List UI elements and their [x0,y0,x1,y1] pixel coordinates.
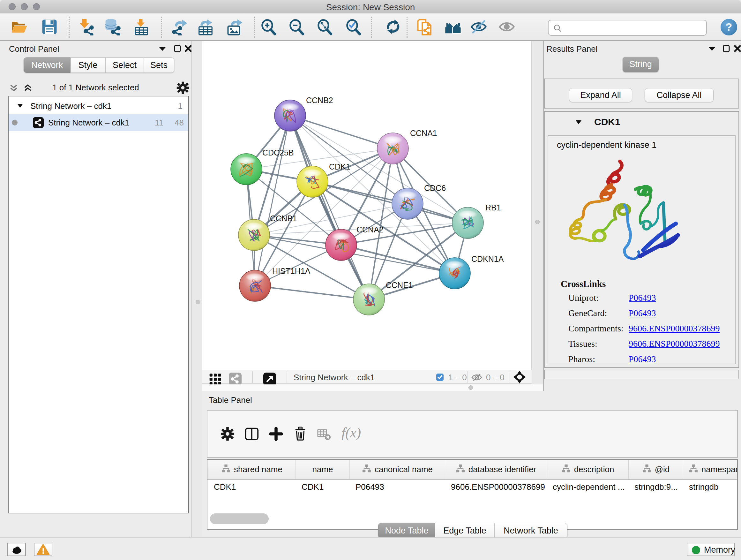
birdseye-grid-icon[interactable] [209,373,222,385]
tab-network-table[interactable]: Network Table [495,523,567,538]
node-CDKN1A[interactable] [439,258,470,289]
network-collection-row[interactable]: String Network – cdk1 1 [9,98,188,114]
node-RB1[interactable] [452,207,483,239]
column-header-database-identifier[interactable]: database identifier [445,460,547,479]
collection-expand-arrow-icon[interactable] [17,103,23,110]
network-type-share-icon[interactable] [229,373,242,385]
right-splitter-dot[interactable] [535,220,540,224]
results-scrollbar-track[interactable] [544,370,739,379]
table-delete-trash-icon[interactable] [293,427,308,441]
node-label-CCNA2: CCNA2 [356,225,384,234]
import-network-button[interactable] [77,18,94,36]
import-database-button[interactable] [104,18,121,36]
export-table-button[interactable] [197,18,214,36]
tab-string[interactable]: String [623,57,659,72]
zoom-in-button[interactable] [260,18,277,36]
table-cell[interactable]: cyclin-dependent ... [553,482,624,492]
zoom-selected-button[interactable] [345,18,362,36]
tab-edge-table[interactable]: Edge Table [435,523,495,538]
open-in-new-window-icon[interactable] [263,373,276,385]
crosslink-value-link[interactable]: P06493 [629,293,656,303]
selected-checkbox-icon[interactable] [436,374,444,381]
memory-button[interactable]: Memory [687,543,735,556]
node-CCNA2[interactable] [326,229,357,260]
home-button[interactable] [445,18,462,36]
help-button[interactable]: ? [721,19,737,36]
table-cell[interactable]: CDK1 [214,482,236,492]
table-split-view-icon[interactable] [245,427,259,441]
column-header-description[interactable]: description [547,460,629,479]
crosslink-value-link[interactable]: 9606.ENSP00000378699 [629,323,720,334]
column-header-namespace[interactable]: namespace [683,460,738,479]
result-entry-header[interactable]: CDK1 [545,112,738,133]
crosslink-value-link[interactable]: P06493 [629,308,656,318]
table-add-column-icon[interactable] [269,427,283,441]
table-delete-table-icon[interactable] [317,428,331,441]
control-panel-float-icon[interactable] [174,44,181,54]
pan-crosshair-icon[interactable] [513,371,526,383]
entry-expand-arrow-icon[interactable] [575,119,582,126]
tab-sets[interactable]: Sets [144,57,174,73]
refresh-view-button[interactable] [385,18,402,36]
node-CCNE1[interactable] [353,284,385,315]
results-panel-collapse-icon[interactable] [708,45,716,54]
column-header--id[interactable]: @id [629,460,683,479]
warning-status-button[interactable] [34,543,52,556]
node-CCNA1[interactable] [377,133,408,164]
tree-expand-all-icon[interactable] [23,83,32,94]
table-horizontal-scrollbar[interactable] [210,513,269,524]
node-CDC25B[interactable] [231,153,262,185]
table-cell[interactable]: P06493 [355,482,384,492]
expand-all-button[interactable]: Expand All [569,88,632,102]
column-header-shared-name[interactable]: shared name [208,460,296,479]
splitter-handle-dot[interactable] [468,385,473,390]
table-cell[interactable]: stringdb [689,482,719,492]
crosslink-value-link[interactable]: P06493 [629,354,656,364]
network-row[interactable]: String Network – cdk1 11 48 [9,114,188,131]
crosslink-value-link[interactable]: 9606.ENSP00000378699 [629,339,720,349]
search-input[interactable] [548,20,707,36]
node-CCNB1[interactable] [239,219,270,251]
control-panel-close-icon[interactable] [185,44,192,54]
network-canvas[interactable]: CCNB2CCNA1CDC25BCDK1CDC6RB1CCNB1CCNA2CDK… [202,41,532,370]
export-network-button[interactable] [172,18,189,36]
edge-CCNB2-HIST1H1A[interactable] [255,116,290,286]
export-image-button[interactable] [226,18,244,36]
collapse-all-button[interactable]: Collapse All [645,88,714,102]
tab-style[interactable]: Style [71,57,106,73]
edge-HIST1H1A-CCNE1[interactable] [255,286,369,300]
network-options-gear-icon[interactable] [176,81,190,95]
cloud-status-button[interactable] [7,543,26,556]
results-panel-float-icon[interactable] [723,44,730,54]
node-CDC6[interactable] [392,188,423,219]
node-CCNB2[interactable] [274,100,306,131]
column-header-canonical-name[interactable]: canonical name [350,460,445,479]
table-function-fx-icon[interactable]: f(x) [341,425,361,441]
left-splitter-dot[interactable] [196,300,200,304]
edge-CCNB2-CCNA1[interactable] [290,116,393,148]
tab-network[interactable]: Network [23,57,71,73]
zoom-fit-content-button[interactable] [316,18,333,36]
table-cell[interactable]: stringdb:9... [634,482,678,492]
tree-collapse-all-icon[interactable] [9,83,18,94]
import-table-button[interactable] [132,18,150,36]
node-CDK1[interactable] [297,166,328,197]
node-HIST1H1A[interactable] [239,270,271,301]
control-panel-collapse-icon[interactable] [158,45,166,54]
hidden-eye-slash-icon [471,373,482,382]
results-panel-close-icon[interactable] [734,44,741,54]
network-label: String Network – cdk1 [48,118,129,128]
duplicate-network-view-button[interactable] [416,18,434,36]
table-settings-gear-icon[interactable] [220,427,235,441]
table-cell[interactable]: 9606.ENSP00000378699 [451,482,545,492]
column-header-name[interactable]: name [296,460,350,479]
tab-node-table[interactable]: Node Table [378,523,435,538]
current-network-name: String Network – cdk1 [293,373,375,382]
show-all-eye-button[interactable] [498,18,515,36]
hide-selected-eye-slash-button[interactable] [470,18,487,36]
open-session-button[interactable] [10,18,28,36]
zoom-out-button[interactable] [288,18,306,36]
save-session-button[interactable] [41,18,58,36]
table-cell[interactable]: CDK1 [301,482,324,492]
tab-select[interactable]: Select [106,57,144,73]
